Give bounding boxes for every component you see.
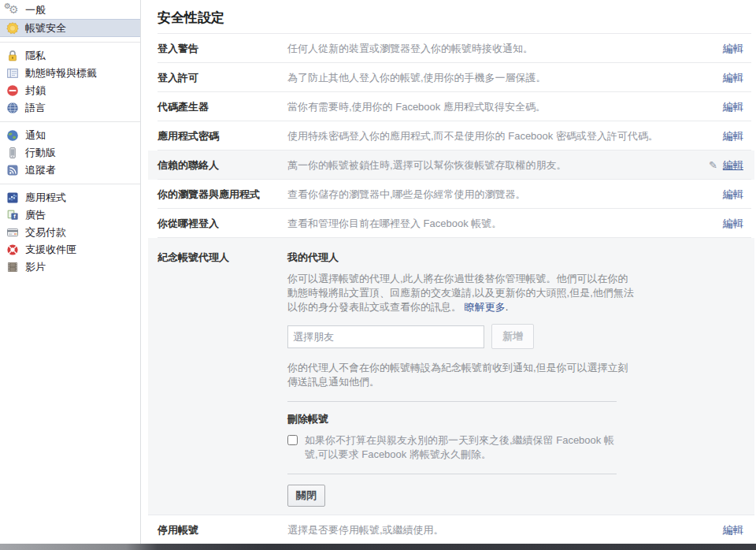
sidebar-item-label: 隱私 <box>25 49 46 63</box>
world-icon <box>6 129 19 143</box>
setting-description: 使用特殊密碼登入你的應用程式,而不是使用你的 Facebook 密碼或登入許可代… <box>287 129 723 143</box>
edit-link[interactable]: 編輯 <box>723 100 743 114</box>
choose-friend-row: 新增 <box>287 324 634 349</box>
sidebar-item-security[interactable]: 帳號安全 <box>0 19 140 37</box>
sidebar-item-label: 交易付款 <box>25 225 66 240</box>
sidebar-item-adverts[interactable]: f 廣告 <box>0 206 140 224</box>
lifering-icon <box>6 243 19 257</box>
legacy-description: 你可以選擇帳號的代理人,此人將在你過世後替你管理帳號。他們可以在你的動態時報將貼… <box>287 272 634 314</box>
setting-row-where-logged-in: 你從哪裡登入 查看和管理你目前在哪裡登入 Facebook 帳號。 編輯 <box>148 209 754 238</box>
setting-label: 應用程式密碼 <box>158 129 287 143</box>
sidebar-item-label: 語言 <box>25 101 46 115</box>
pencil-icon: ✎ <box>709 159 717 171</box>
page-title: 安全性設定 <box>148 0 754 34</box>
payments-icon <box>6 226 19 240</box>
lock-icon <box>6 50 19 63</box>
setting-row-login-approvals: 登入許可 為了防止其他人登入你的帳號,使用你的手機多一層保護。 編輯 <box>148 63 754 92</box>
edit-link[interactable]: 編輯 <box>723 188 743 202</box>
mobile-icon <box>6 147 19 160</box>
legacy-contact-section: 紀念帳號代理人 我的代理人 你可以選擇帳號的代理人,此人將在你過世後替你管理帳號… <box>148 238 754 515</box>
block-icon <box>6 84 19 98</box>
sidebar-item-privacy[interactable]: 隱私 <box>0 47 140 65</box>
legacy-note: 你的代理人不會在你的帳號轉設為紀念帳號前收到通知,但是你可以選擇立刻傳送訊息通知… <box>287 361 634 389</box>
sidebar-item-blocking[interactable]: 封鎖 <box>0 82 140 99</box>
sidebar-divider <box>0 121 140 122</box>
close-button[interactable]: 關閉 <box>287 485 325 507</box>
setting-description: 當你有需要時,使用你的 Facebook 應用程式取得安全碼。 <box>287 100 723 114</box>
delete-account-heading: 刪除帳號 <box>287 412 634 426</box>
gears-icon: ⚙⚙ <box>6 4 19 17</box>
edit-link[interactable]: 編輯 <box>723 71 743 85</box>
ads-icon: f <box>6 209 19 222</box>
setting-row-trusted-contacts[interactable]: 信賴的聯絡人 萬一你的帳號被鎖住時,選擇可以幫你恢復帳號存取權的朋友。 ✎ 編輯 <box>148 151 754 180</box>
sidebar-item-mobile[interactable]: 行動版 <box>0 144 140 162</box>
setting-description: 為了防止其他人登入你的帳號,使用你的手機多一層保護。 <box>287 71 723 85</box>
delete-account-option[interactable]: 如果你不打算在與親友永別的那一天到來之後,繼續保留 Facebook 帳號,可以… <box>287 433 634 462</box>
sidebar-item-followers[interactable]: 追蹤者 <box>0 162 140 179</box>
sidebar-item-label: 行動版 <box>25 146 56 160</box>
sidebar-item-label: 廣告 <box>25 208 46 222</box>
edit-link[interactable]: 編輯 <box>723 158 743 173</box>
sidebar-item-label: 帳號安全 <box>25 21 66 35</box>
setting-row-code-generator: 代碼產生器 當你有需要時,使用你的 Facebook 應用程式取得安全碼。 編輯 <box>148 92 754 121</box>
footer-bar <box>0 544 756 550</box>
legacy-subheading: 我的代理人 <box>287 251 634 265</box>
sidebar-item-label: 影片 <box>25 260 46 274</box>
sidebar-item-label: 支援收件匣 <box>25 243 76 257</box>
edit-link[interactable]: 編輯 <box>723 129 743 143</box>
setting-row-app-passwords: 應用程式密碼 使用特殊密碼登入你的應用程式,而不是使用你的 Facebook 密… <box>148 121 754 151</box>
edit-link[interactable]: 編輯 <box>723 523 743 537</box>
setting-label: 登入許可 <box>158 71 287 85</box>
edit-link[interactable]: 編輯 <box>723 42 743 56</box>
learn-more-link[interactable]: 瞭解更多 <box>465 301 506 313</box>
sidebar-item-language[interactable]: 語言 <box>0 99 140 117</box>
edit-link[interactable]: 編輯 <box>723 217 743 231</box>
sidebar-item-support-inbox[interactable]: 支援收件匣 <box>0 241 140 258</box>
sidebar-divider <box>0 42 140 43</box>
setting-label: 紀念帳號代理人 <box>158 247 287 507</box>
legacy-contact-content: 我的代理人 你可以選擇帳號的代理人,此人將在你過世後替你管理帳號。他們可以在你的… <box>287 247 634 507</box>
sidebar-item-notifications[interactable]: 通知 <box>0 127 140 144</box>
setting-description: 任何人從新的裝置或瀏覽器登入你的帳號時接收通知。 <box>287 42 723 56</box>
choose-friend-input[interactable] <box>287 325 484 348</box>
sidebar-item-label: 封鎖 <box>25 84 46 98</box>
rss-icon <box>6 164 19 177</box>
sidebar-divider <box>0 184 140 184</box>
apps-icon <box>6 191 19 205</box>
section-divider <box>287 401 617 402</box>
setting-label: 你從哪裡登入 <box>158 217 287 231</box>
sidebar-item-general[interactable]: ⚙⚙ 一般 <box>0 2 140 19</box>
delete-account-checkbox[interactable] <box>287 435 298 445</box>
setting-description: 查看你儲存的瀏覽器中,哪些是你經常使用的瀏覽器。 <box>287 188 723 202</box>
section-divider <box>287 474 617 474</box>
sidebar-item-videos[interactable]: 影片 <box>0 258 140 276</box>
setting-label: 你的瀏覽器與應用程式 <box>158 188 287 202</box>
sidebar-item-payments[interactable]: 交易付款 <box>0 224 140 241</box>
setting-description: 查看和管理你目前在哪裡登入 Facebook 帳號。 <box>287 217 723 231</box>
add-button[interactable]: 新增 <box>491 324 534 349</box>
setting-row-deactivate: 停用帳號 選擇是否要停用帳號,或繼續使用。 編輯 <box>148 515 754 545</box>
timeline-icon <box>6 67 19 80</box>
setting-label: 停用帳號 <box>158 523 287 537</box>
sidebar-item-label: 動態時報與標籤 <box>25 66 97 80</box>
sidebar-item-label: 一般 <box>25 3 46 17</box>
sidebar-item-label: 追蹤者 <box>25 163 56 177</box>
security-settings-panel: 安全性設定 登入警告 任何人從新的裝置或瀏覽器登入你的帳號時接收通知。 編輯 登… <box>148 0 754 545</box>
setting-row-browsers-apps: 你的瀏覽器與應用程式 查看你儲存的瀏覽器中,哪些是你經常使用的瀏覽器。 編輯 <box>148 180 754 209</box>
badge-icon <box>6 21 19 35</box>
globe-icon <box>6 102 19 115</box>
setting-label: 信賴的聯絡人 <box>158 158 287 173</box>
setting-description: 萬一你的帳號被鎖住時,選擇可以幫你恢復帳號存取權的朋友。 <box>287 158 709 173</box>
setting-row-login-alerts: 登入警告 任何人從新的裝置或瀏覽器登入你的帳號時接收通知。 編輯 <box>148 34 754 63</box>
setting-description: 選擇是否要停用帳號,或繼續使用。 <box>287 523 723 537</box>
sidebar-item-label: 通知 <box>25 128 46 143</box>
setting-label: 代碼產生器 <box>158 100 287 114</box>
sidebar-item-timeline-tagging[interactable]: 動態時報與標籤 <box>0 65 140 82</box>
sidebar-item-label: 應用程式 <box>25 191 66 205</box>
settings-sidebar: ⚙⚙ 一般 帳號安全 隱私 動態時報與標籤 封鎖 語言 <box>0 0 141 544</box>
delete-account-label: 如果你不打算在與親友永別的那一天到來之後,繼續保留 Facebook 帳號,可以… <box>305 433 620 462</box>
film-icon <box>6 261 19 274</box>
sidebar-item-apps[interactable]: 應用程式 <box>0 189 140 206</box>
setting-label: 登入警告 <box>158 42 287 56</box>
